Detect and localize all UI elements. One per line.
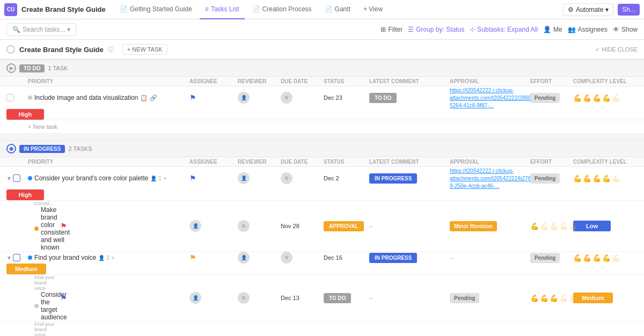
subtask-due-date: Dec 13	[281, 295, 324, 301]
task-checkbox[interactable]	[13, 174, 20, 182]
flag-icon: ⚑	[60, 294, 67, 302]
section-header-inprogress: ◉ IN PROGRESS 2 TASKS	[0, 140, 644, 157]
automate-label: Automate	[576, 6, 603, 13]
effort-icon-1: 💪	[530, 222, 539, 230]
tab-icon: 📄	[120, 5, 128, 13]
info-icon: ⓘ	[108, 46, 114, 54]
nav-right: ⚙ Automate ▾ Sh...	[563, 3, 640, 16]
search-input[interactable]: 🔍 Search tasks... ▾	[6, 23, 76, 36]
tab-icon: 📄	[252, 5, 260, 13]
approval-badge: Pending	[530, 253, 560, 263]
complexity-badge: Low	[573, 221, 611, 231]
search-icon: 🔍	[12, 26, 20, 33]
flag-icon: ⚑	[189, 93, 196, 102]
task-expand-area[interactable]: ▼	[6, 174, 28, 182]
effort-icon-2: 💪	[583, 174, 591, 182]
share-button[interactable]: Sh...	[618, 4, 640, 16]
col-reviewer-todo: REVIEWER	[238, 78, 281, 84]
subtask-count-icon: 👤 2	[98, 255, 109, 261]
task-expand-area[interactable]: ▼	[6, 254, 28, 261]
effort-icon-3: 💪	[550, 222, 558, 230]
subtask-assignee: 👤	[189, 220, 238, 232]
task-complexity: High	[6, 109, 28, 120]
group-by-button[interactable]: ☰ Group by: Status	[408, 26, 464, 33]
col-duedate-todo: DUE DATE	[281, 78, 324, 84]
effort-icon-2: 💪	[583, 94, 591, 102]
tab-gantt[interactable]: 📄 Gantt	[319, 0, 356, 19]
effort-icon-3: 💪	[592, 94, 601, 102]
add-subtask-icon[interactable]: +	[112, 255, 115, 261]
col-effort-ip: EFFORT	[530, 159, 573, 165]
task-dot	[34, 304, 39, 308]
effort-icon-4: 💪	[559, 222, 568, 230]
status-badge: IN PROGRESS	[369, 253, 417, 263]
task-dot	[28, 255, 32, 260]
subtasks-icon: ⊹	[470, 26, 475, 33]
tab-label: Tasks List	[211, 5, 239, 13]
comment-link[interactable]: https://t20542222.r.clickup-attachments.…	[450, 87, 541, 108]
task-checkbox[interactable]	[13, 254, 20, 261]
subtask-comment: –	[369, 222, 450, 230]
flag-icon: ⚑	[189, 174, 196, 182]
task-check-area[interactable]	[6, 94, 28, 101]
section-gap-1	[0, 134, 644, 140]
project-title: Create Brand Style Guide	[19, 46, 104, 54]
automate-button[interactable]: ⚙ Automate ▾	[563, 3, 613, 16]
automate-icon: ⚙	[568, 6, 574, 13]
subtasks-button[interactable]: ⊹ Subtasks: Expand All	[470, 26, 538, 33]
section-count-inprogress: 2 TASKS	[68, 145, 92, 152]
tab-creation-process[interactable]: 📄 Creation Process	[247, 0, 317, 19]
assignees-button[interactable]: 👥 Assignees	[568, 26, 608, 33]
comment-dash: –	[369, 223, 372, 229]
section-badge-todo: TO DO	[19, 64, 45, 72]
new-task-button[interactable]: + NEW TASK	[122, 44, 167, 55]
col-empty	[6, 78, 28, 84]
approval-badge: Pending	[530, 93, 560, 103]
tab-add-view[interactable]: + View	[358, 0, 388, 19]
col-effort-todo: EFFORT	[530, 78, 573, 84]
subtask-count-icon: 👤 1	[150, 176, 161, 181]
project-name: Create Brand Style Guide	[21, 5, 106, 13]
add-subtask-icon[interactable]: +	[164, 176, 167, 181]
tab-icon: ≡	[205, 5, 209, 13]
tab-getting-started[interactable]: 📄 Getting Started Guide	[114, 0, 197, 19]
task-comment[interactable]: https://t20542222.r.clickup-attachments.…	[450, 86, 530, 109]
filter-button[interactable]: ⊞ Filter	[380, 26, 402, 33]
subtask-comment: –	[369, 294, 450, 302]
task-effort: 💪 💪 💪 💪 💪	[573, 94, 638, 102]
subtask-name-area: Consider the target audience	[34, 291, 56, 321]
avatar: 👤	[238, 252, 250, 264]
task-name-text: Consider your brand's core color palette	[34, 174, 148, 182]
me-icon: 👤	[543, 26, 551, 33]
task-effort: 💪 💪 💪 💪 💪	[573, 254, 638, 262]
comment-link[interactable]: https://t20542222.r.clickup-attachments.…	[450, 168, 541, 189]
tab-tasks-list[interactable]: ≡ Tasks List	[200, 0, 245, 19]
show-button[interactable]: 👁 Show	[613, 26, 638, 33]
section-collapse-todo[interactable]: ▶	[6, 63, 16, 73]
effort-icon-4: 💪	[602, 254, 611, 262]
attachment-icon: 📋	[140, 94, 148, 101]
expand-icon[interactable]: ▼	[6, 176, 12, 181]
task-reviewer: ⚙	[281, 252, 324, 264]
me-button[interactable]: 👤 Me	[543, 26, 562, 33]
subtask-row: Find your brand voice Consider the targe…	[0, 275, 644, 322]
section-todo: ▶ TO DO 1 TASK PRIORITY ASSIGNEE REVIEWE…	[0, 60, 644, 134]
task-comment[interactable]: https://t20542222.r.clickup-attachments.…	[450, 167, 530, 189]
effort-icon-2: 💪	[583, 254, 591, 262]
hide-close-button[interactable]: ✓ HIDE CLOSE	[595, 46, 638, 53]
section-collapse-inprogress[interactable]: ◉	[6, 144, 16, 154]
col-complexity-ip: COMPLEXITY LEVEL	[573, 159, 638, 165]
effort-icon-3: 💪	[592, 254, 601, 262]
flag-icon: ⚑	[60, 222, 67, 230]
task-effort: 💪 💪 💪 💪 💪	[573, 174, 638, 182]
effort-icon-5: 💪	[569, 294, 577, 302]
comment-dash: –	[369, 295, 372, 301]
chevron-down-icon: ▾	[67, 26, 70, 33]
tab-label: Creation Process	[262, 5, 312, 13]
subtask-name-col: Consider your brand's core color palette…	[34, 201, 56, 251]
status-badge: APPROVAL	[324, 221, 364, 231]
add-new-task-todo[interactable]: + New task	[0, 120, 644, 134]
task-checkbox[interactable]	[6, 94, 14, 101]
task-complexity: High	[6, 189, 28, 200]
expand-icon[interactable]: ▼	[6, 255, 12, 261]
